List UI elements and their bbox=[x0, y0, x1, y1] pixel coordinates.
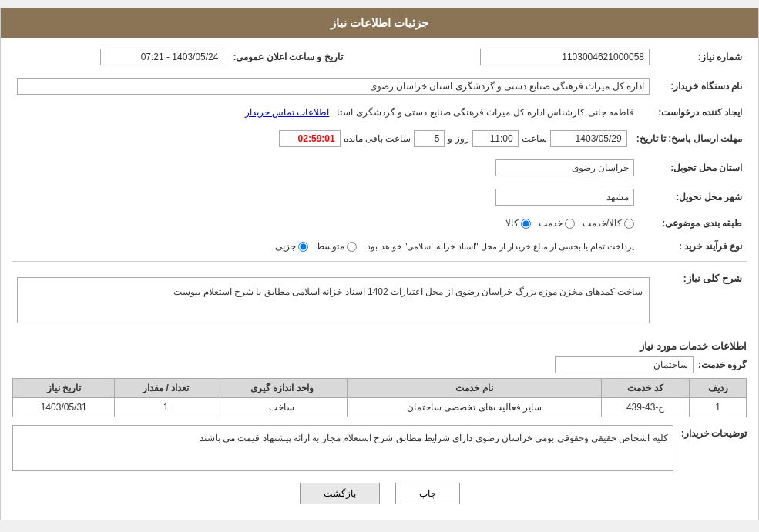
col-header-date: تاریخ نیاز bbox=[13, 379, 115, 398]
services-label: اطلاعات خدمات مورد نیاز bbox=[12, 340, 747, 352]
city-value: مشهد bbox=[495, 189, 634, 206]
category-radio-kala-khadamat[interactable] bbox=[624, 219, 634, 229]
need-number-label: شماره نیاز: bbox=[654, 45, 747, 69]
back-button[interactable]: بازگشت bbox=[300, 483, 380, 504]
table-cell-row: 1 bbox=[690, 398, 747, 417]
reply-time: 11:00 bbox=[472, 130, 519, 147]
process-note: پرداخت تمام یا بخشی از مبلغ خریدار از مح… bbox=[364, 242, 634, 252]
col-header-unit: واحد اندازه گیری bbox=[217, 379, 348, 398]
category-option-kala-khadamat[interactable]: کالا/خدمت bbox=[583, 218, 634, 229]
category-option-khadamat[interactable]: خدمت bbox=[539, 218, 575, 229]
category-label: طبقه بندی موضوعی: bbox=[639, 215, 747, 232]
description-value: ساخت کمدهای مخزن موزه بزرگ خراسان رضوی ا… bbox=[17, 277, 650, 323]
need-number-value: 1103004621000058 bbox=[480, 49, 650, 65]
table-row: 1ج-43-439سایر فعالیت‌های تخصصی ساختمانسا… bbox=[13, 398, 747, 417]
reply-remaining: 02:59:01 bbox=[279, 130, 341, 147]
process-radio-jozyi[interactable] bbox=[298, 242, 308, 252]
col-header-code: کد خدمت bbox=[602, 379, 690, 398]
table-cell-date: 1403/05/31 bbox=[13, 398, 115, 417]
province-value: خراسان رضوی bbox=[495, 159, 634, 176]
buyer-value: اداره کل میراث فرهنگی صنایع دستی و گردشگ… bbox=[17, 78, 650, 95]
reply-time-label: ساعت bbox=[522, 133, 547, 144]
service-group-label: گروه خدمت: bbox=[698, 360, 747, 370]
category-radio-kala[interactable] bbox=[521, 219, 531, 229]
province-label: استان محل تحویل: bbox=[639, 156, 747, 179]
buyer-notes-label: توضیحات خریدار: bbox=[681, 425, 747, 471]
category-radio-khadamat[interactable] bbox=[565, 219, 575, 229]
col-header-name: نام خدمت bbox=[348, 379, 602, 398]
buyer-label: نام دستگاه خریدار: bbox=[654, 75, 747, 98]
creator-label: ایجاد کننده درخواست: bbox=[639, 104, 747, 121]
process-radio-motavaset[interactable] bbox=[347, 242, 357, 252]
col-header-qty: تعداد / مقدار bbox=[115, 379, 217, 398]
table-cell-code: ج-43-439 bbox=[602, 398, 690, 417]
date-value: 1403/05/24 - 07:21 bbox=[100, 49, 223, 65]
service-group-value: ساختمان bbox=[555, 356, 694, 373]
page-title: جزئیات اطلاعات نیاز bbox=[1, 8, 758, 38]
print-button[interactable]: چاپ bbox=[395, 483, 460, 504]
date-label: تاریخ و ساعت اعلان عمومی: bbox=[228, 45, 347, 69]
reply-date: 1403/05/29 bbox=[550, 130, 627, 147]
reply-days-label: روز و bbox=[448, 133, 468, 144]
process-option-motavaset[interactable]: متوسط bbox=[316, 241, 357, 252]
table-cell-name: سایر فعالیت‌های تخصصی ساختمان bbox=[348, 398, 602, 417]
reply-remaining-label: ساعت باقی مانده bbox=[344, 133, 411, 144]
city-label: شهر محل تحویل: bbox=[639, 186, 747, 209]
process-option-jozyi[interactable]: جزیی bbox=[275, 241, 308, 252]
category-option-kala[interactable]: کالا bbox=[505, 218, 531, 229]
table-cell-unit: ساخت bbox=[217, 398, 348, 417]
reply-days: 5 bbox=[414, 130, 445, 147]
service-table: ردیف کد خدمت نام خدمت واحد اندازه گیری ت… bbox=[12, 378, 747, 417]
creator-link[interactable]: اطلاعات تماس خریدار bbox=[245, 107, 330, 118]
creator-value: فاطمه جانی کارشناس اداره کل میراث فرهنگی… bbox=[337, 107, 634, 118]
reply-deadline-label: مهلت ارسال پاسخ: تا تاریخ: bbox=[632, 127, 747, 150]
col-header-row: ردیف bbox=[690, 379, 747, 398]
buyer-notes-value: کلیه اشخاص حقیقی وحقوقی بومی خراسان رضوی… bbox=[12, 425, 673, 471]
process-label: نوع فرآیند خرید : bbox=[639, 238, 747, 255]
description-label: شرح کلی نیاز: bbox=[654, 268, 747, 333]
table-cell-quantity: 1 bbox=[115, 398, 217, 417]
